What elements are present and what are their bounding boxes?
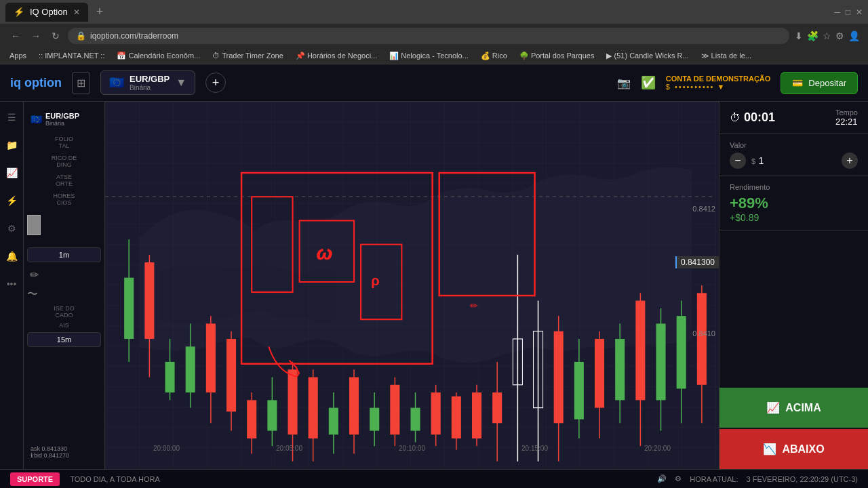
rendimento-label: Rendimento — [730, 183, 858, 191]
time-label-3: 20:10:00 — [399, 445, 425, 452]
tempo-value: 22:21 — [835, 117, 858, 127]
top-nav: iq option ⊞ 🇪🇺 EUR/GBP Binária ▼ + 📷 ✅ C… — [0, 64, 868, 102]
svg-rect-47 — [574, 362, 584, 420]
valor-plus-btn[interactable]: + — [842, 152, 858, 169]
tab-title: IQ Option — [30, 7, 68, 17]
svg-rect-53 — [635, 301, 645, 401]
pair-flag: 🇪🇺 — [109, 75, 124, 90]
sidebar-icon-alert[interactable]: 🔔 — [3, 247, 21, 265]
grid-icon[interactable]: ⊞ — [72, 72, 90, 94]
extension-icon[interactable]: 🧩 — [807, 30, 818, 41]
bottom-right: 🔊 ⚙ HORA ATUAL: 3 FEVEREIRO, 22:20:29 (U… — [657, 474, 858, 483]
panel-ise: ISE DOCADO — [27, 305, 101, 319]
sidebar-icon-settings[interactable]: ⚙ — [4, 220, 20, 237]
time-current-value: 3 FEVEREIRO, 22:20:29 (UTC-3) — [747, 475, 858, 483]
trading-left-panel: 🇪🇺 EUR/GBP Binária FÓLIOTAL RICO DEDING … — [24, 102, 105, 469]
refresh-btn[interactable]: ↻ — [49, 28, 62, 44]
tab-close-btn[interactable]: ✕ — [73, 7, 80, 17]
window-controls: ─ □ ✕ — [834, 7, 863, 17]
bookmark-calendario[interactable]: 📅 Calendário Econôm... — [113, 50, 204, 62]
active-tab[interactable]: ⚡ IQ Option ✕ — [5, 3, 88, 22]
pair-type: Binária — [130, 84, 170, 92]
svg-rect-7 — [165, 362, 174, 392]
wave-icon[interactable]: 〜 — [27, 287, 101, 302]
deposit-label: Depositar — [808, 78, 846, 88]
bookmark-candle-wicks[interactable]: ▶ (51) Candle Wicks R... — [602, 50, 692, 62]
bookmark-parques[interactable]: 🌳 Portal dos Parques — [515, 50, 599, 62]
abaixo-btn[interactable]: 📉 ABAIXO — [719, 429, 868, 469]
acima-btn[interactable]: 📈 ACIMA — [719, 388, 868, 428]
app: iq option ⊞ 🇪🇺 EUR/GBP Binária ▼ + 📷 ✅ C… — [0, 64, 868, 488]
svg-rect-19 — [288, 369, 297, 434]
url-input[interactable]: 🔒 iqoption.com/traderroom — [68, 28, 789, 44]
forward-btn[interactable]: → — [28, 28, 43, 44]
svg-rect-15 — [247, 400, 256, 438]
bookmark-apps[interactable]: Apps — [5, 50, 31, 61]
candle-preview — [27, 215, 101, 235]
demo-balance: $ •••••••••• ▼ — [666, 83, 771, 91]
pair-name: EUR/GBP — [130, 74, 170, 84]
browser-chrome: ⚡ IQ Option ✕ + ─ □ ✕ ← → ↻ 🔒 iqoption.c… — [0, 0, 868, 64]
bookmark-timer[interactable]: ⏱ Trader Timer Zone — [208, 50, 288, 61]
address-actions: ⬇ 🧩 ☆ ⚙ 👤 — [795, 30, 860, 41]
download-icon[interactable]: ⬇ — [795, 30, 803, 41]
svg-rect-45 — [554, 331, 564, 424]
support-btn[interactable]: SUPORTE — [10, 472, 60, 486]
sidebar-icon-chart[interactable]: 📈 — [3, 164, 21, 182]
time-label-4: 20:15:00 — [521, 445, 548, 452]
svg-rect-25 — [349, 378, 359, 435]
bookmark-more[interactable]: ≫ Lista de le... — [697, 50, 755, 62]
candles-chart — [105, 102, 719, 469]
info-icon: ℹ — [31, 452, 33, 459]
pencil-draw-btn[interactable]: ✏ — [27, 266, 101, 284]
screenshot-icon[interactable]: 📷 — [617, 77, 631, 89]
asset-flag: 🇪🇺 — [31, 114, 42, 125]
close-icon[interactable]: ✕ — [856, 7, 863, 17]
chart-area[interactable]: ω ρ ✏ 0.8412 0.8410 0.841300 — [105, 102, 719, 469]
new-tab-btn[interactable]: + — [94, 2, 106, 22]
sidebar-icon-more[interactable]: ••• — [3, 275, 20, 293]
timeframe-1m-btn[interactable]: 1m — [27, 247, 101, 262]
timer-icon: ⏱ — [730, 112, 741, 124]
sidebar-icon-menu[interactable]: ☰ — [4, 108, 20, 126]
pair-selector[interactable]: 🇪🇺 EUR/GBP Binária ▼ — [100, 70, 195, 95]
deposit-btn[interactable]: 💳 Depositar — [781, 72, 858, 94]
sound-icon[interactable]: 🔊 — [657, 474, 667, 483]
asset-sub: Binária — [45, 120, 79, 127]
valor-currency: $ — [751, 157, 755, 165]
svg-rect-5 — [144, 262, 154, 339]
settings-icon[interactable]: ⚙ — [675, 474, 682, 483]
valor-amount: 1 — [759, 155, 764, 166]
extension2-icon[interactable]: ⚙ — [835, 30, 844, 41]
ask-value: ask 0.841330 — [31, 445, 98, 452]
bookmark-nelogica[interactable]: 📊 Nelogica - Tecnolo... — [385, 50, 473, 62]
ask-bid-info: ask 0.841330 ℹ bid 0.841270 — [27, 442, 101, 462]
timer-value: 00:01 — [744, 110, 775, 125]
sidebar-icon-indicator[interactable]: ⚡ — [3, 192, 21, 209]
svg-rect-51 — [615, 339, 625, 400]
bookmark-rico[interactable]: 💰 Rico — [477, 50, 511, 62]
action-buttons: 📈 ACIMA 📉 ABAIXO — [719, 388, 868, 469]
timer-section: ⏱ 00:01 Tempo 22:21 — [719, 102, 868, 134]
chart-controls: 1m ✏ 〜 ISE DOCADO AIS 15m — [27, 247, 101, 347]
valor-minus-btn[interactable]: − — [730, 152, 746, 169]
sidebar-icon-portfolio[interactable]: 📁 — [3, 136, 21, 154]
svg-rect-55 — [656, 323, 665, 400]
bid-value: ℹ bid 0.841270 — [31, 452, 98, 459]
maximize-icon[interactable]: □ — [846, 7, 850, 17]
bookmark-icon[interactable]: ☆ — [823, 30, 831, 41]
bookmark-implanta[interactable]: :: IMPLANTA.NET :: — [35, 50, 108, 61]
bookmark-horarios[interactable]: 📌 Horários de Negoci... — [292, 50, 381, 62]
dropdown-balance-icon[interactable]: ▼ — [717, 83, 724, 91]
svg-rect-49 — [595, 339, 604, 408]
svg-rect-33 — [431, 392, 441, 434]
logo-text: iq option — [10, 76, 62, 89]
profile-icon[interactable]: 👤 — [848, 30, 860, 41]
back-btn[interactable]: ← — [8, 28, 23, 44]
time-label-2: 20:05:00 — [276, 445, 302, 452]
time-display: Tempo 22:21 — [835, 108, 858, 127]
timeframe-15m-btn[interactable]: 15m — [27, 332, 101, 347]
rendimento-dollar: +$0.89 — [730, 212, 858, 223]
minimize-icon[interactable]: ─ — [834, 7, 840, 17]
add-instrument-btn[interactable]: + — [205, 73, 226, 93]
